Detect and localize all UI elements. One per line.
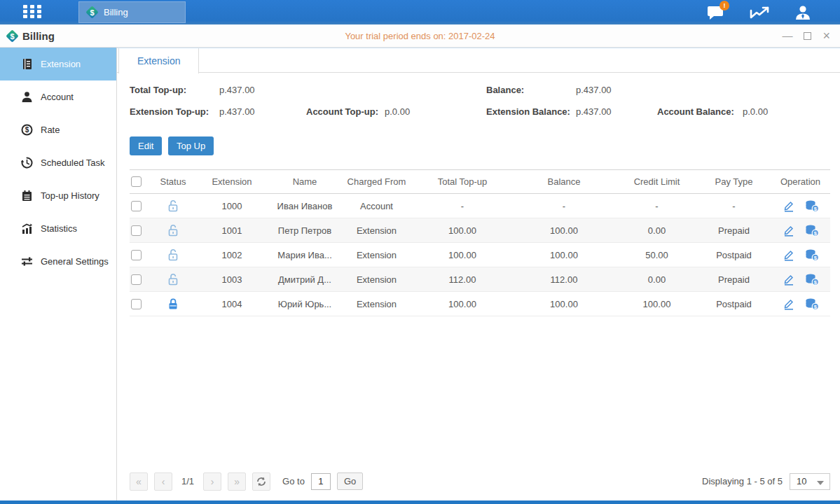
cell-charged-from: Extension (340, 250, 413, 260)
balance-value: p.437.00 (576, 85, 612, 95)
edit-row-icon[interactable] (783, 224, 795, 237)
clock-history-icon (21, 157, 33, 169)
cell-balance: 100.00 (511, 250, 617, 260)
col-operation: Operation (771, 176, 830, 187)
tab-extension[interactable]: Extension (118, 48, 199, 74)
table-row: 1001 Петр Петров Extension 100.00 100.00… (130, 218, 830, 243)
extension-topup-value: p.437.00 (219, 106, 255, 117)
extension-balance-label: Extension Balance: (486, 106, 570, 117)
close-button[interactable]: × (822, 29, 830, 43)
top-up-row-icon[interactable]: $ (805, 200, 819, 212)
next-page-button[interactable]: › (203, 472, 221, 491)
sidebar-item-account[interactable]: Account (0, 80, 116, 113)
app-launcher-icon[interactable] (23, 5, 50, 20)
row-checkbox[interactable] (131, 225, 142, 236)
page-size-value: 10 (797, 476, 806, 486)
lock-open-icon (166, 248, 180, 262)
last-page-button[interactable]: » (228, 472, 246, 491)
select-all-checkbox[interactable] (131, 176, 142, 187)
total-topup-value: p.437.00 (219, 85, 255, 95)
minimize-button[interactable]: — (782, 29, 792, 43)
messages-icon[interactable]: ! (705, 4, 727, 21)
top-app-bar: $ Billing ! (0, 0, 840, 24)
cell-total-topup: 112.00 (413, 274, 511, 285)
row-checkbox[interactable] (131, 299, 142, 309)
stats-icon (21, 223, 33, 234)
first-page-button[interactable]: « (130, 472, 148, 491)
sidebar-item-extension[interactable]: Extension (0, 48, 116, 80)
total-topup-label: Total Top-up: (130, 85, 186, 95)
top-up-row-icon[interactable]: $ (805, 224, 819, 237)
cell-credit-limit: 0.00 (617, 274, 697, 285)
edit-button[interactable]: Edit (130, 136, 162, 155)
sidebar-item-label: Top-up History (41, 190, 99, 201)
row-checkbox[interactable] (131, 201, 142, 211)
col-credit-limit: Credit Limit (617, 176, 697, 187)
sidebar-item-label: Extension (41, 59, 81, 69)
sidebar-item-general-settings[interactable]: General Settings (0, 245, 116, 278)
sliders-icon (21, 255, 33, 267)
edit-row-icon[interactable] (783, 273, 795, 286)
extensions-table: Status Extension Name Charged From Total… (130, 169, 830, 316)
sidebar-item-topup-history[interactable]: Top-up History (0, 179, 116, 212)
table-header-row: Status Extension Name Charged From Total… (130, 169, 830, 194)
sidebar-item-statistics[interactable]: Statistics (0, 212, 116, 245)
refresh-button[interactable] (252, 472, 270, 491)
cell-total-topup: 100.00 (413, 225, 511, 236)
statistics-chart-icon[interactable] (749, 4, 770, 21)
edit-row-icon[interactable] (783, 200, 795, 212)
chevron-down-icon (817, 481, 824, 485)
svg-text:$: $ (25, 126, 29, 134)
app-tab-label: Billing (104, 7, 128, 18)
col-balance: Balance (511, 176, 617, 187)
cell-extension: 1004 (194, 299, 270, 309)
lock-open-icon (166, 272, 180, 286)
cell-credit-limit: 0.00 (617, 225, 697, 236)
extension-topup-label: Extension Top-up: (130, 106, 209, 117)
sidebar-item-rate[interactable]: $ Rate (0, 113, 116, 146)
go-button[interactable]: Go (337, 472, 363, 490)
notebook-icon (21, 190, 33, 202)
row-checkbox[interactable] (131, 250, 142, 260)
pagination-bar: « ‹ 1/1 › » Go to Go Displaying 1 - 5 of… (130, 472, 830, 491)
prev-page-button[interactable]: ‹ (154, 472, 172, 491)
account-topup-label: Account Top-up: (306, 106, 378, 117)
top-up-row-icon[interactable]: $ (805, 298, 819, 310)
extension-balance-value: p.437.00 (576, 106, 612, 117)
edit-row-icon[interactable] (783, 248, 795, 261)
app-tab-billing[interactable]: $ Billing (78, 1, 186, 23)
col-name: Name (270, 176, 340, 187)
col-charged-from: Charged From (340, 176, 413, 187)
maximize-button[interactable] (804, 32, 811, 40)
col-total-topup: Total Top-up (413, 176, 511, 187)
cell-balance: - (511, 201, 617, 211)
cell-name: Юрий Юрь... (270, 299, 340, 309)
cell-name: Дмитрий Д... (270, 274, 340, 285)
cell-pay-type: Postpaid (697, 299, 771, 309)
cell-total-topup: - (413, 201, 511, 211)
ledger-icon (21, 58, 33, 70)
goto-page-input[interactable] (311, 473, 331, 490)
top-up-row-icon[interactable]: $ (805, 273, 819, 286)
top-up-button[interactable]: Top Up (168, 136, 214, 155)
account-balance-value: p.0.00 (743, 106, 768, 117)
page-indicator: 1/1 (181, 476, 194, 486)
top-up-row-icon[interactable]: $ (805, 248, 819, 261)
row-checkbox[interactable] (131, 274, 142, 285)
trial-notice: Your trial period ends on: 2017-02-24 (0, 31, 840, 41)
dollar-circle-icon: $ (21, 124, 33, 136)
page-size-select[interactable]: 10 (790, 473, 830, 490)
user-account-icon[interactable] (792, 4, 813, 21)
sidebar-item-scheduled-task[interactable]: Scheduled Task (0, 146, 116, 179)
col-status: Status (152, 176, 194, 187)
cell-total-topup: 100.00 (413, 299, 511, 309)
window-title-bar: $ Billing Your trial period ends on: 201… (0, 24, 840, 48)
cell-charged-from: Extension (340, 225, 413, 236)
table-row: 1003 Дмитрий Д... Extension 112.00 112.0… (130, 267, 830, 292)
cell-charged-from: Extension (340, 274, 413, 285)
col-extension: Extension (194, 176, 270, 187)
cell-credit-limit: 50.00 (617, 250, 697, 260)
billing-diamond-icon: $ (86, 6, 98, 18)
edit-row-icon[interactable] (783, 298, 795, 310)
cell-extension: 1003 (194, 274, 270, 285)
